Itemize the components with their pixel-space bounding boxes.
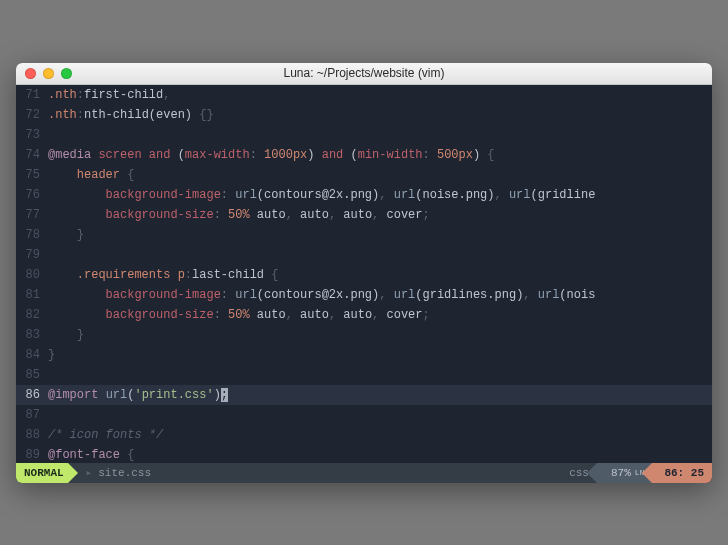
code-line[interactable]: 89@font-face {: [16, 445, 712, 463]
code-content: header {: [48, 165, 134, 185]
code-content: background-image: url(contours@2x.png), …: [48, 285, 595, 305]
code-content: }: [48, 345, 55, 365]
code-line[interactable]: 72.nth:nth-child(even) {}: [16, 105, 712, 125]
line-number: 78: [16, 225, 48, 245]
cursor-position: 86: 25: [652, 463, 712, 483]
titlebar: Luna: ~/Projects/website (vim): [16, 63, 712, 85]
line-number: 79: [16, 245, 48, 265]
line-number: 86: [16, 385, 48, 405]
code-line[interactable]: 77 background-size: 50% auto, auto, auto…: [16, 205, 712, 225]
line-number: 74: [16, 145, 48, 165]
statusbar: NORMAL ▸ site.css css 87% LN 86: 25: [16, 463, 712, 483]
line-number: 88: [16, 425, 48, 445]
line-number: 89: [16, 445, 48, 463]
code-line[interactable]: 83 }: [16, 325, 712, 345]
window-title: Luna: ~/Projects/website (vim): [16, 66, 712, 80]
line-number: 77: [16, 205, 48, 225]
code-content: background-size: 50% auto, auto, auto, c…: [48, 305, 430, 325]
code-line[interactable]: 78 }: [16, 225, 712, 245]
code-line[interactable]: 75 header {: [16, 165, 712, 185]
code-line[interactable]: 76 background-image: url(contours@2x.png…: [16, 185, 712, 205]
filename: ▸ site.css: [68, 463, 159, 483]
line-number: 72: [16, 105, 48, 125]
chevron-right-icon: ▸: [86, 463, 93, 483]
editor[interactable]: 71.nth:first-child,72.nth:nth-child(even…: [16, 85, 712, 483]
line-number: 76: [16, 185, 48, 205]
code-content: background-image: url(contours@2x.png), …: [48, 185, 595, 205]
code-content: }: [48, 225, 84, 245]
code-lines: 71.nth:first-child,72.nth:nth-child(even…: [16, 85, 712, 463]
code-line[interactable]: 71.nth:first-child,: [16, 85, 712, 105]
code-content: .requirements p:last-child {: [48, 265, 278, 285]
code-content: background-size: 50% auto, auto, auto, c…: [48, 205, 430, 225]
line-number: 83: [16, 325, 48, 345]
line-number: 73: [16, 125, 48, 145]
code-content: @font-face {: [48, 445, 134, 463]
code-content: .nth:nth-child(even) {}: [48, 105, 214, 125]
code-line[interactable]: 74@media screen and (max-width: 1000px) …: [16, 145, 712, 165]
line-number: 80: [16, 265, 48, 285]
line-number: 81: [16, 285, 48, 305]
terminal-window: Luna: ~/Projects/website (vim) 71.nth:fi…: [16, 63, 712, 483]
line-number: 85: [16, 365, 48, 385]
code-line[interactable]: 82 background-size: 50% auto, auto, auto…: [16, 305, 712, 325]
code-content: @media screen and (max-width: 1000px) an…: [48, 145, 495, 165]
line-number: 87: [16, 405, 48, 425]
code-line[interactable]: 84}: [16, 345, 712, 365]
code-line[interactable]: 79: [16, 245, 712, 265]
code-line[interactable]: 80 .requirements p:last-child {: [16, 265, 712, 285]
code-content: .nth:first-child,: [48, 85, 170, 105]
code-line[interactable]: 85: [16, 365, 712, 385]
line-number: 84: [16, 345, 48, 365]
code-line[interactable]: 73: [16, 125, 712, 145]
code-line[interactable]: 87: [16, 405, 712, 425]
line-number: 75: [16, 165, 48, 185]
line-number: 82: [16, 305, 48, 325]
code-content: @import url('print.css');: [48, 385, 228, 405]
cursor: ;: [221, 388, 228, 402]
line-number: 71: [16, 85, 48, 105]
code-line[interactable]: 86@import url('print.css');: [16, 385, 712, 405]
code-line[interactable]: 81 background-image: url(contours@2x.png…: [16, 285, 712, 305]
code-line[interactable]: 88/* icon fonts */: [16, 425, 712, 445]
code-content: /* icon fonts */: [48, 425, 163, 445]
vim-mode: NORMAL: [16, 463, 68, 483]
code-content: }: [48, 325, 84, 345]
